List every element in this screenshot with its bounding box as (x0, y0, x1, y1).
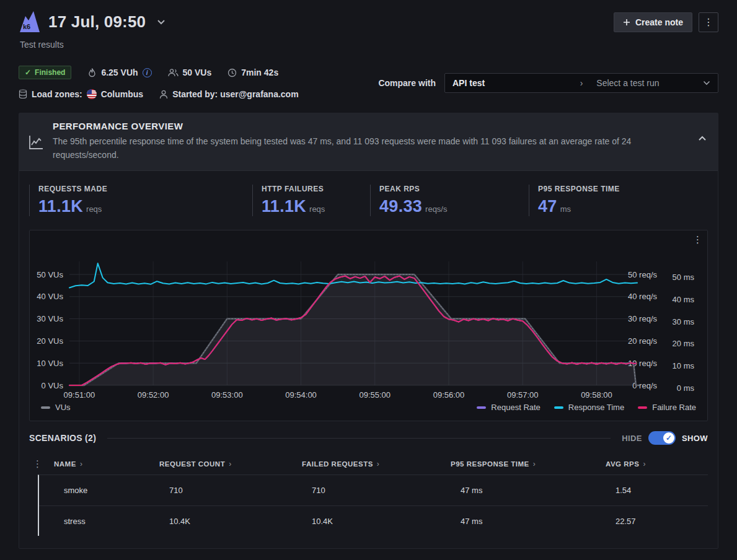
vus-legend-dash (41, 406, 50, 409)
compare-test-dropdown[interactable]: API test (445, 78, 574, 88)
duration-stat: 7min 42s (227, 68, 278, 77)
svg-text:k6: k6 (23, 23, 30, 30)
svg-text:20 ms: 20 ms (673, 339, 695, 349)
k6-logo-icon: k6 (19, 10, 41, 33)
svg-text:09:57:00: 09:57:00 (507, 390, 539, 400)
col-header-request-count[interactable]: REQUEST COUNT› (159, 460, 302, 468)
col-header-name[interactable]: NAME› (54, 460, 159, 468)
panel-header: PERFORMANCE OVERVIEW The 95th percentile… (19, 113, 718, 171)
svg-text:30 VUs: 30 VUs (37, 314, 63, 323)
performance-chart[interactable]: 0 VUs10 VUs20 VUs30 VUs40 VUs50 VUs0 req… (30, 233, 705, 401)
line-chart-icon (28, 134, 44, 151)
svg-text:20 req/s: 20 req/s (628, 336, 657, 346)
svg-text:50 VUs: 50 VUs (37, 270, 63, 279)
chevron-down-icon (703, 81, 710, 85)
col-header-failed-requests[interactable]: FAILED REQUESTS› (302, 460, 451, 468)
stat-requests-made: REQUESTS MADE 11.1Kreqs (29, 185, 252, 216)
svg-text:09:56:00: 09:56:00 (433, 390, 465, 400)
legend-item-failure-rate[interactable]: Failure Rate (638, 403, 696, 412)
status-badge: ✓ Finished (19, 66, 71, 79)
stat-http-failures: HTTP FAILURES 11.1Kreqs (252, 185, 370, 216)
table-row-smoke[interactable]: smoke 710 710 47 ms 1.54 (39, 475, 708, 505)
collapse-chevron-up-icon[interactable] (698, 136, 707, 141)
page-subtitle: Test results (20, 40, 165, 50)
request-rate-legend-dash (477, 406, 486, 409)
sort-icon: › (80, 460, 83, 468)
table-row-stress[interactable]: stress 10.4K 10.4K 47 ms 22.57 (39, 505, 708, 536)
divider (107, 438, 611, 439)
load-zones: Load zones: Columbus (19, 89, 143, 99)
svg-text:20 VUs: 20 VUs (37, 336, 63, 346)
chevron-down-icon[interactable] (157, 19, 165, 25)
performance-overview-panel: PERFORMANCE OVERVIEW The 95th percentile… (19, 113, 718, 549)
chart-legend: VUs Request Rate Response Time Failure R… (30, 401, 707, 417)
compare-with-control: Compare with API test › Select a test ru… (378, 73, 718, 93)
page-menu-kebab-icon[interactable]: ⋮ (699, 12, 718, 32)
us-flag-icon (87, 89, 97, 99)
summary-stats-row: REQUESTS MADE 11.1Kreqs HTTP FAILURES 11… (19, 171, 718, 227)
table-header-row: ⋮ NAME› REQUEST COUNT› FAILED REQUESTS› … (29, 453, 708, 475)
svg-text:50 req/s: 50 req/s (628, 270, 657, 279)
svg-text:0 VUs: 0 VUs (42, 381, 64, 390)
svg-text:0 ms: 0 ms (677, 383, 695, 393)
legend-item-vus[interactable]: VUs (41, 403, 71, 412)
col-header-p95-response-time[interactable]: P95 RESPONSE TIME› (451, 460, 606, 468)
run-meta-section: ✓ Finished 6.25 VUh i 50 VUs (19, 66, 718, 99)
col-header-avg-rps[interactable]: AVG RPS› (606, 460, 708, 468)
svg-text:09:52:00: 09:52:00 (138, 390, 169, 400)
legend-item-request-rate[interactable]: Request Rate (477, 403, 541, 412)
sort-icon: › (643, 460, 646, 468)
sort-icon: › (533, 460, 536, 468)
users-icon (168, 68, 179, 77)
chevron-right-icon: › (574, 78, 589, 88)
performance-chart-card: ⋮ 0 VUs10 VUs20 VUs30 VUs40 VUs50 VUs0 r… (29, 230, 708, 421)
svg-text:09:54:00: 09:54:00 (285, 390, 317, 400)
scenarios-header: SCENARIOS (2) HIDE ✓ SHOW (19, 421, 718, 447)
svg-text:09:53:00: 09:53:00 (211, 390, 243, 400)
test-results-page: k6 17 Jul, 09:50 Test results Create not… (0, 0, 737, 549)
flame-icon (87, 68, 97, 77)
svg-text:30 ms: 30 ms (673, 317, 695, 326)
svg-text:09:51:00: 09:51:00 (64, 390, 95, 400)
scenarios-table: ⋮ NAME› REQUEST COUNT› FAILED REQUESTS› … (19, 447, 718, 548)
svg-text:30 req/s: 30 req/s (628, 314, 657, 323)
scenarios-title: SCENARIOS (2) (29, 433, 96, 443)
clock-icon (227, 68, 237, 77)
panel-description: The 95th percentile response time of the… (53, 135, 663, 162)
create-note-button[interactable]: Create note (614, 12, 692, 32)
svg-text:09:55:00: 09:55:00 (359, 390, 391, 400)
vus-stat: 50 VUs (168, 68, 212, 77)
stat-p95-response-time: P95 RESPONSE TIME 47ms (529, 185, 708, 216)
table-kebab-icon[interactable]: ⋮ (29, 458, 54, 470)
svg-text:09:58:00: 09:58:00 (581, 390, 612, 400)
user-icon (159, 90, 168, 99)
hide-label[interactable]: HIDE (622, 434, 642, 443)
svg-text:10 ms: 10 ms (673, 362, 695, 371)
info-icon[interactable]: i (143, 68, 152, 77)
svg-text:50 ms: 50 ms (673, 273, 695, 282)
toggle-check-icon: ✓ (663, 432, 674, 444)
vuh-stat: 6.25 VUh i (87, 68, 151, 77)
response-time-legend-dash (554, 406, 563, 409)
compare-with-label: Compare with (378, 78, 436, 88)
show-scenarios-toggle[interactable]: ✓ (648, 431, 676, 445)
svg-text:40 VUs: 40 VUs (37, 292, 63, 302)
stat-peak-rps: PEAK RPS 49.33reqs/s (370, 185, 529, 216)
top-bar: k6 17 Jul, 09:50 Test results Create not… (19, 0, 718, 50)
select-test-run-dropdown[interactable]: Select a test run (589, 78, 718, 88)
show-label[interactable]: SHOW (682, 434, 708, 443)
database-icon (19, 89, 27, 99)
sort-icon: › (377, 460, 380, 468)
check-icon: ✓ (25, 68, 31, 77)
chart-menu-kebab-icon[interactable]: ⋮ (693, 234, 702, 245)
plus-icon (623, 19, 630, 26)
svg-text:40 req/s: 40 req/s (628, 292, 657, 302)
sort-icon: › (229, 460, 232, 468)
svg-text:40 ms: 40 ms (673, 295, 695, 304)
started-by: Started by: user@grafana.com (159, 89, 299, 99)
panel-title: PERFORMANCE OVERVIEW (53, 121, 689, 131)
svg-text:10 VUs: 10 VUs (37, 359, 63, 368)
page-title: 17 Jul, 09:50 (48, 12, 146, 32)
failure-rate-legend-dash (638, 406, 647, 409)
legend-item-response-time[interactable]: Response Time (554, 403, 624, 412)
